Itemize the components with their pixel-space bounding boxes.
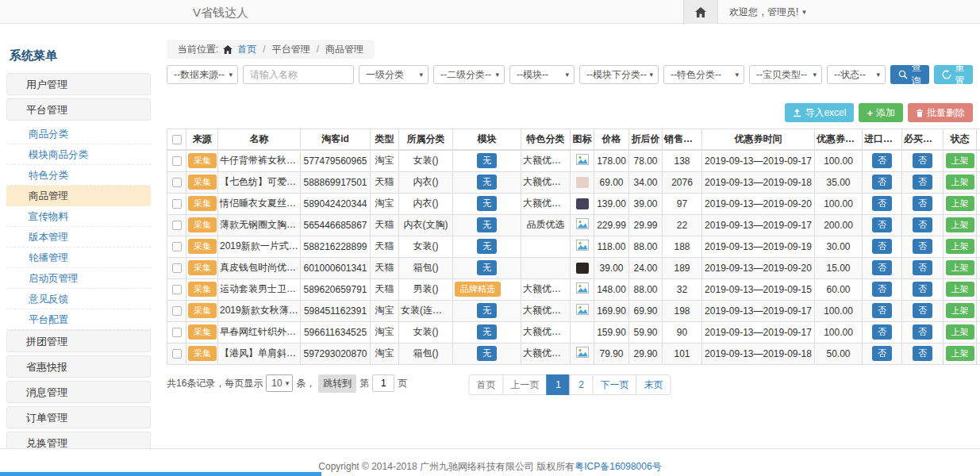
import-select-toggle[interactable]: 否 (872, 260, 892, 275)
module-badge[interactable]: 品牌精选 (455, 282, 501, 297)
filter-select[interactable]: --二级分类--▾ (433, 65, 505, 84)
sidebar-item-sub[interactable]: 特色分类 (6, 165, 151, 186)
sidebar-item-group[interactable]: 兑换管理 (6, 432, 151, 448)
sidebar-item-sub[interactable]: 商品管理 (6, 186, 151, 206)
breadcrumb-home-link[interactable]: 首页 (237, 43, 256, 56)
row-checkbox[interactable] (172, 285, 182, 294)
sidebar-item-group[interactable]: 省惠快报 (6, 355, 151, 378)
status-toggle[interactable]: 上架 (946, 196, 974, 211)
bulk-delete-button[interactable]: 批量删除 (908, 103, 973, 122)
sidebar-item-sub[interactable]: 版本管理 (6, 227, 151, 248)
filter-select[interactable]: --特色分类--▾ (663, 65, 744, 84)
must-buy-toggle[interactable]: 否 (913, 175, 932, 190)
filter-select[interactable]: 一级分类▾ (359, 65, 429, 84)
import-select-toggle[interactable]: 否 (872, 153, 892, 168)
must-buy-toggle[interactable]: 否 (913, 324, 932, 340)
select-all-checkbox[interactable] (172, 135, 182, 144)
import-select-toggle[interactable]: 否 (872, 282, 892, 297)
status-toggle[interactable]: 上架 (946, 303, 974, 318)
source-cell: 采集 (186, 193, 218, 214)
import-select-toggle[interactable]: 否 (872, 346, 892, 361)
module-badge[interactable]: 无 (477, 196, 497, 211)
row-checkbox[interactable] (172, 221, 182, 230)
must-buy-toggle[interactable]: 否 (913, 303, 932, 318)
row-select-cell (167, 278, 186, 300)
module-badge[interactable]: 无 (477, 346, 497, 361)
import-select-toggle[interactable]: 否 (872, 239, 892, 254)
sidebar-item-group[interactable]: 消息管理 (6, 381, 151, 403)
must-buy-toggle[interactable]: 否 (913, 196, 932, 211)
sidebar-item-sub[interactable]: 商品分类 (6, 124, 151, 144)
status-toggle[interactable]: 上架 (946, 260, 974, 275)
row-checkbox[interactable] (172, 263, 182, 273)
import-select-toggle[interactable]: 否 (872, 196, 892, 211)
page-button[interactable]: 2 (570, 374, 594, 395)
must-buy-toggle[interactable]: 否 (913, 153, 932, 168)
row-checkbox[interactable] (172, 242, 182, 251)
sidebar-item-sub[interactable]: 启动页管理 (6, 268, 151, 289)
page-number-input[interactable] (372, 374, 394, 392)
jump-button[interactable]: 跳转到 (318, 374, 356, 393)
filter-select[interactable]: --数据来源--▾ (167, 65, 238, 84)
must-buy-toggle[interactable]: 否 (913, 217, 932, 232)
status-toggle[interactable]: 上架 (946, 239, 974, 254)
page-button[interactable]: 下一页 (593, 374, 637, 395)
filter-select[interactable]: --模块--▾ (509, 65, 575, 84)
reset-button[interactable]: 重置 (934, 65, 973, 84)
search-button[interactable]: 查询 (890, 65, 929, 84)
row-checkbox[interactable] (172, 156, 182, 166)
row-checkbox[interactable] (172, 306, 182, 316)
import-excel-button[interactable]: 导入excel (785, 103, 854, 122)
name-search-input[interactable] (243, 65, 354, 84)
sidebar-item-sub[interactable]: 平台配置 (6, 309, 151, 330)
import-select-toggle[interactable]: 否 (872, 175, 892, 190)
row-checkbox[interactable] (172, 349, 182, 359)
filter-select[interactable]: --模块下分类--▾ (579, 65, 659, 84)
module-badge[interactable]: 无 (477, 324, 497, 340)
sidebar-item-group[interactable]: 用户管理 (6, 73, 151, 95)
page-button[interactable]: 上一页 (503, 374, 548, 395)
import-select-toggle[interactable]: 否 (872, 324, 892, 340)
per-page-select[interactable]: 10 ▾ (266, 374, 293, 392)
must-buy-toggle[interactable]: 否 (913, 239, 932, 254)
must-buy-toggle[interactable]: 否 (913, 260, 932, 275)
module-badge[interactable]: 无 (477, 217, 497, 232)
row-checkbox[interactable] (172, 178, 182, 187)
user-menu[interactable]: 欢迎您，管理员! ▾ (718, 6, 980, 19)
source-badge: 采集 (188, 239, 217, 254)
status-toggle[interactable]: 上架 (946, 324, 974, 340)
must-buy-toggle[interactable]: 否 (913, 282, 932, 297)
module-badge[interactable]: 无 (477, 153, 497, 168)
module-badge[interactable]: 无 (477, 175, 497, 190)
sidebar-item-group[interactable]: 平台管理 (6, 98, 151, 121)
module-badge[interactable]: 无 (477, 239, 497, 254)
status-toggle[interactable]: 上架 (946, 346, 974, 361)
module-badge[interactable]: 无 (477, 303, 497, 318)
page-button[interactable]: 末页 (636, 374, 671, 395)
home-button[interactable] (683, 0, 718, 24)
row-checkbox[interactable] (172, 199, 182, 209)
add-button[interactable]: + 添加 (859, 103, 903, 122)
status-toggle[interactable]: 上架 (946, 175, 974, 190)
status-toggle[interactable]: 上架 (946, 282, 974, 297)
row-checkbox[interactable] (172, 328, 182, 337)
source-badge: 采集 (188, 153, 217, 168)
import-select-toggle[interactable]: 否 (872, 217, 892, 232)
sidebar-item-sub[interactable]: 意见反馈 (6, 289, 151, 309)
filter-select[interactable]: --状态--▾ (827, 65, 886, 84)
page-button[interactable]: 1 (547, 374, 571, 395)
sidebar-item-group[interactable]: 订单管理 (6, 406, 151, 428)
must-buy-toggle[interactable]: 否 (913, 346, 932, 361)
sidebar-item-sub[interactable]: 轮播管理 (6, 248, 151, 268)
horizontal-scrollbar[interactable] (0, 472, 321, 476)
import-select-toggle[interactable]: 否 (872, 303, 892, 318)
sidebar-item-sub[interactable]: 模块商品分类 (6, 144, 151, 165)
module-badge[interactable]: 无 (477, 260, 497, 275)
sidebar-item-group[interactable]: 拼团管理 (6, 330, 151, 352)
status-toggle[interactable]: 上架 (946, 153, 974, 168)
icp-link[interactable]: 粤ICP备16098006号 (575, 461, 661, 472)
page-button[interactable]: 首页 (469, 374, 504, 395)
sidebar-item-sub[interactable]: 宣传物料 (6, 206, 151, 227)
filter-select[interactable]: --宝贝类型--▾ (749, 65, 822, 84)
status-toggle[interactable]: 上架 (946, 217, 974, 232)
